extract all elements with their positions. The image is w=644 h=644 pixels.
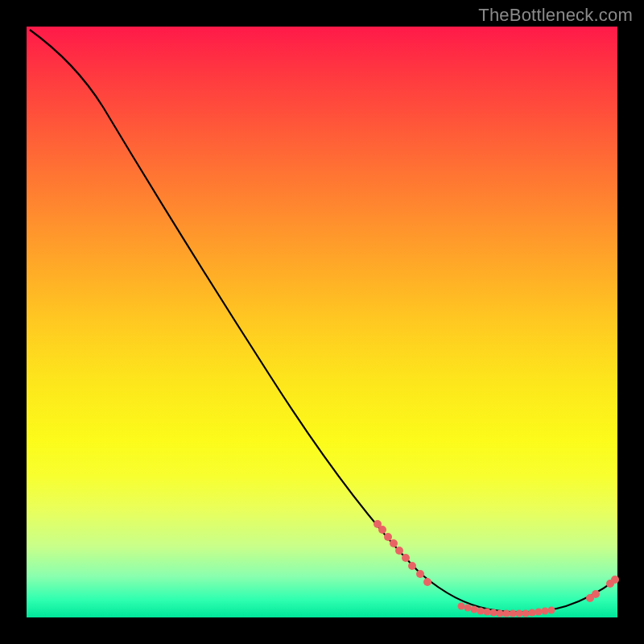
svg-point-22 [542,608,549,615]
svg-point-10 [464,605,472,612]
watermark-text: TheBottleneck.com [478,5,633,26]
svg-point-4 [395,547,403,555]
svg-point-20 [529,609,536,617]
svg-point-18 [516,610,523,617]
svg-point-23 [548,607,555,614]
svg-point-8 [423,578,431,586]
svg-point-11 [471,606,478,613]
svg-point-12 [477,608,485,615]
svg-point-7 [416,570,424,578]
svg-point-27 [611,576,619,584]
svg-point-19 [522,610,530,617]
svg-point-2 [384,533,392,541]
marker-cluster-left [374,520,431,586]
svg-point-5 [402,554,410,562]
svg-point-25 [592,590,600,598]
chart-frame: TheBottleneck.com [0,0,644,644]
svg-point-6 [408,562,416,570]
svg-point-15 [497,610,504,617]
svg-point-14 [490,609,497,617]
svg-point-16 [503,610,510,617]
svg-point-3 [390,539,398,547]
svg-point-21 [535,609,543,616]
svg-point-9 [458,603,465,610]
chart-svg [27,27,617,617]
svg-point-17 [510,610,517,617]
svg-point-13 [484,609,491,616]
svg-point-1 [378,526,386,534]
bottleneck-curve-line [30,30,615,612]
